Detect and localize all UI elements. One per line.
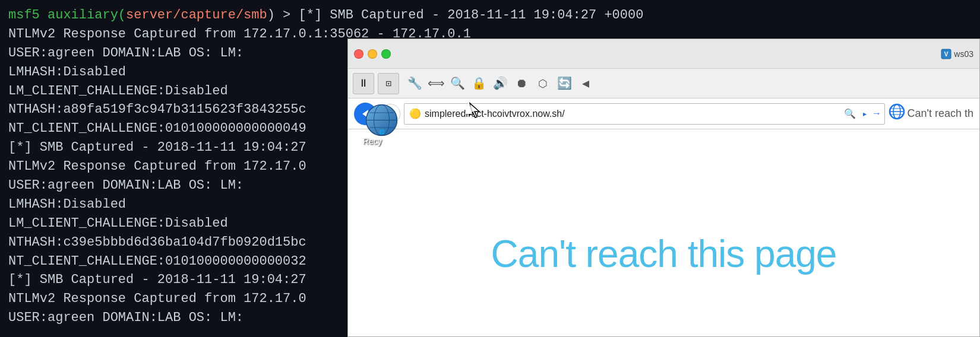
ie-logo-icon [889,103,905,124]
address-text: simpleredirect-hcoivtvrox.now.sh/ [425,109,840,119]
minimize-button[interactable] [368,49,377,59]
go-button[interactable]: ▸ [859,108,870,120]
toolbar-icons: 🔧 ⟺ 🔍 🔒 🔊 ⏺ ⬡ 🔄 ◀ [405,74,595,93]
go-arrow-icon[interactable]: → [874,109,880,119]
title-bar: V ws03 [348,39,979,69]
lock-icon[interactable]: 🔒 [469,74,488,93]
address-search-icon: 🔍 [844,108,856,120]
title-bar-right: V ws03 [941,39,973,69]
search2-icon[interactable]: 🔍 [448,74,467,93]
traffic-lights [354,49,391,59]
close-button[interactable] [354,49,363,59]
connection-icon[interactable]: ⟺ [426,74,445,93]
usb-icon[interactable]: ⬡ [533,74,552,93]
error-page: Can't reach this page [491,214,837,276]
screenshot-button[interactable]: ⊡ [378,73,399,94]
window-title: ws03 [954,49,973,59]
record-icon[interactable]: ⏺ [512,74,531,93]
cant-reach-heading: Can't reach this page [491,232,837,276]
internet-explorer-icon [889,103,905,120]
volume-icon[interactable]: 🔊 [491,74,510,93]
terminal-prompt: msf5 auxiliary( [8,8,126,23]
nav-bar: 🟡 simpleredirect-hcoivtvrox.now.sh/ 🔍 ▸ … [348,98,979,129]
browser-content: Can't reach this page [348,129,979,336]
browser-window: V ws03 ⏸ ⊡ 🔧 ⟺ 🔍 🔒 🔊 ⏺ ⬡ 🔄 ◀ [347,39,980,337]
sync-icon[interactable]: 🔄 [555,74,574,93]
pause-button[interactable]: ⏸ [353,73,374,94]
virtualbox-icon: V [941,49,951,59]
nav-right-area: Can't reach th [889,103,974,124]
terminal-module: server/capture/smb [126,8,267,23]
address-bar[interactable]: 🟡 simpleredirect-hcoivtvrox.now.sh/ 🔍 ▸ … [404,103,885,125]
maximize-button[interactable] [381,49,391,59]
cant-reach-nav-text: Can't reach th [908,107,974,120]
svg-text:🌐: 🌐 [379,129,385,135]
globe-icon: 🌐 [365,104,398,139]
back-arrow-icon[interactable]: ◀ [576,74,595,93]
toolbar: ⏸ ⊡ 🔧 ⟺ 🔍 🔒 🔊 ⏺ ⬡ 🔄 ◀ [348,69,979,98]
wrench-icon[interactable]: 🔧 [405,74,424,93]
svg-text:V: V [944,51,949,58]
site-favicon: 🟡 [409,108,421,120]
terminal-line-1: msf5 auxiliary(server/capture/smb) > [*]… [8,6,972,25]
